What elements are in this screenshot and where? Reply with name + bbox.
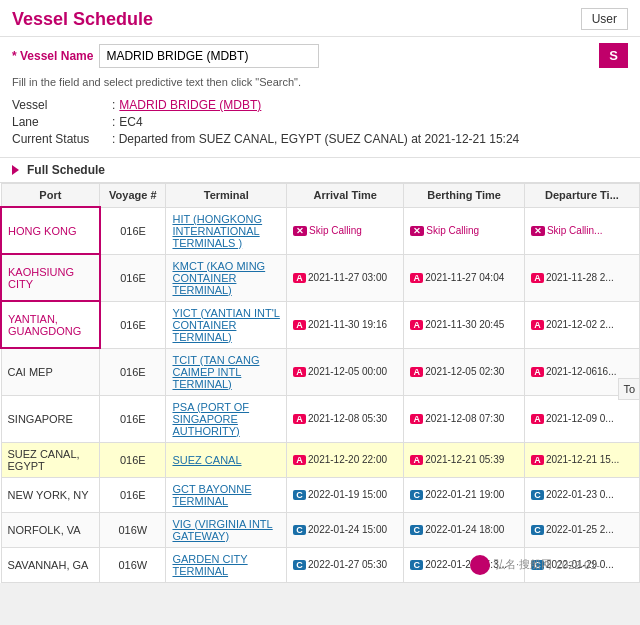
time-value: A 2021-12-02 2... bbox=[531, 319, 633, 330]
vessel-value[interactable]: MADRID BRIDGE (MDBT) bbox=[119, 98, 261, 112]
watermark-text: 弘名·搜船网 bbox=[494, 557, 552, 572]
col-port: Port bbox=[1, 184, 100, 208]
time-cell: A 2021-12-02 2... bbox=[524, 301, 639, 348]
terminal-link[interactable]: YICT (YANTIAN INT'L CONTAINER TERMINAL) bbox=[172, 307, 279, 343]
terminal-link[interactable]: VIG (VIRGINIA INTL GATEWAY) bbox=[172, 518, 272, 542]
status-info-row: Current Status : Departed from SUEZ CANA… bbox=[12, 132, 628, 146]
table-row: NEW YORK, NY016EGCT BAYONNE TERMINALC 20… bbox=[1, 477, 640, 512]
voyage-cell: 016W bbox=[100, 512, 166, 547]
badge-a: A bbox=[531, 414, 544, 424]
terminal-link[interactable]: HIT (HONGKONG INTERNATIONAL TERMINALS ) bbox=[172, 213, 262, 249]
terminal-cell[interactable]: KMCT (KAO MING CONTAINER TERMINAL) bbox=[166, 254, 287, 301]
lane-value: EC4 bbox=[119, 115, 142, 129]
vessel-key: Vessel bbox=[12, 98, 112, 112]
time-value: C 2022-01-24 15:00 bbox=[293, 524, 397, 535]
skip-calling: ✕ Skip Callin... bbox=[531, 225, 633, 236]
time-value: A 2021-12-0616... bbox=[531, 366, 633, 377]
col-berthing: Berthing Time bbox=[404, 184, 525, 208]
time-cell: A 2021-12-08 07:30 bbox=[404, 395, 525, 442]
time-cell: C 2022-01-21 19:00 bbox=[404, 477, 525, 512]
search-button[interactable]: S bbox=[599, 43, 628, 68]
terminal-cell[interactable]: GCT BAYONNE TERMINAL bbox=[166, 477, 287, 512]
status-key: Current Status bbox=[12, 132, 112, 146]
terminal-link[interactable]: TCIT (TAN CANG CAIMEP INTL TERMINAL) bbox=[172, 354, 259, 390]
time-cell: ✕ Skip Callin... bbox=[524, 207, 639, 254]
voyage-cell: 016E bbox=[100, 442, 166, 477]
table-row: SUEZ CANAL, EGYPT016ESUEZ CANALA 2021-12… bbox=[1, 442, 640, 477]
badge-c: C bbox=[410, 560, 423, 570]
badge-a: A bbox=[410, 367, 423, 377]
time-value: A 2021-12-05 02:30 bbox=[410, 366, 518, 377]
time-cell: ✕ Skip Calling bbox=[287, 207, 404, 254]
port-cell: CAI MEP bbox=[1, 348, 100, 395]
page-wrapper: Vessel Schedule User * Vessel Name S Fil… bbox=[0, 0, 640, 583]
time-cell: C 2022-01-27 05:30 bbox=[287, 547, 404, 582]
table-row: CAI MEP016ETCIT (TAN CANG CAIMEP INTL TE… bbox=[1, 348, 640, 395]
voyage-cell: 016E bbox=[100, 477, 166, 512]
terminal-link[interactable]: KMCT (KAO MING CONTAINER TERMINAL) bbox=[172, 260, 265, 296]
terminal-cell[interactable]: TCIT (TAN CANG CAIMEP INTL TERMINAL) bbox=[166, 348, 287, 395]
terminal-link[interactable]: GARDEN CITY TERMINAL bbox=[172, 553, 247, 577]
table-row: YANTIAN, GUANGDONG016EYICT (YANTIAN INT'… bbox=[1, 301, 640, 348]
schedule-label: Full Schedule bbox=[27, 163, 105, 177]
table-header-row: Port Voyage # Terminal Arrival Time Bert… bbox=[1, 184, 640, 208]
schedule-table: Port Voyage # Terminal Arrival Time Bert… bbox=[0, 183, 640, 583]
terminal-cell[interactable]: GARDEN CITY TERMINAL bbox=[166, 547, 287, 582]
voyage-cell: 016W bbox=[100, 547, 166, 582]
schedule-section-header[interactable]: Full Schedule bbox=[0, 158, 640, 183]
user-button[interactable]: User bbox=[581, 8, 628, 30]
time-cell: A 2021-11-27 03:00 bbox=[287, 254, 404, 301]
badge-a: A bbox=[531, 367, 544, 377]
table-row: NORFOLK, VA016WVIG (VIRGINIA INTL GATEWA… bbox=[1, 512, 640, 547]
table-row: KAOHSIUNG CITY016EKMCT (KAO MING CONTAIN… bbox=[1, 254, 640, 301]
time-value: C 2022-01-24 18:00 bbox=[410, 524, 518, 535]
col-voyage: Voyage # bbox=[100, 184, 166, 208]
time-cell: A 2021-12-09 0... bbox=[524, 395, 639, 442]
port-cell: SINGAPORE bbox=[1, 395, 100, 442]
voyage-cell: 016E bbox=[100, 254, 166, 301]
terminal-link[interactable]: SUEZ CANAL bbox=[172, 454, 241, 466]
terminal-cell[interactable]: PSA (PORT OF SINGAPORE AUTHORITY) bbox=[166, 395, 287, 442]
voyage-cell: 016E bbox=[100, 348, 166, 395]
expand-icon bbox=[12, 165, 19, 175]
terminal-cell[interactable]: VIG (VIRGINIA INTL GATEWAY) bbox=[166, 512, 287, 547]
time-value: C 2022-01-19 15:00 bbox=[293, 489, 397, 500]
badge-a: A bbox=[410, 273, 423, 283]
badge-c: C bbox=[293, 490, 306, 500]
status-value: : Departed from SUEZ CANAL, EGYPT (SUEZ … bbox=[112, 132, 519, 146]
terminal-cell[interactable]: HIT (HONGKONG INTERNATIONAL TERMINALS ) bbox=[166, 207, 287, 254]
badge-a: A bbox=[531, 455, 544, 465]
lane-info-row: Lane : EC4 bbox=[12, 115, 628, 129]
time-value: C 2022-01-27 05:30 bbox=[293, 559, 397, 570]
badge-a: A bbox=[293, 273, 306, 283]
time-cell: A 2021-12-08 05:30 bbox=[287, 395, 404, 442]
time-value: A 2021-12-08 05:30 bbox=[293, 413, 397, 424]
terminal-cell[interactable]: YICT (YANTIAN INT'L CONTAINER TERMINAL) bbox=[166, 301, 287, 348]
badge-a: A bbox=[293, 414, 306, 424]
table-row: HONG KONG016EHIT (HONGKONG INTERNATIONAL… bbox=[1, 207, 640, 254]
port-cell: YANTIAN, GUANGDONG bbox=[1, 301, 100, 348]
time-value: C 2022-01-21 19:00 bbox=[410, 489, 518, 500]
search-row: * Vessel Name S bbox=[0, 37, 640, 74]
time-value: A 2021-12-08 07:30 bbox=[410, 413, 518, 424]
time-value: A 2021-11-27 04:04 bbox=[410, 272, 518, 283]
badge-a: A bbox=[410, 320, 423, 330]
badge-a: A bbox=[293, 367, 306, 377]
time-cell: A 2021-12-21 15... bbox=[524, 442, 639, 477]
badge-c: C bbox=[531, 490, 544, 500]
terminal-link[interactable]: PSA (PORT OF SINGAPORE AUTHORITY) bbox=[172, 401, 249, 437]
time-cell: A 2021-11-28 2... bbox=[524, 254, 639, 301]
vessel-name-input[interactable] bbox=[99, 44, 319, 68]
time-cell: ✕ Skip Calling bbox=[404, 207, 525, 254]
time-value: A 2021-12-05 00:00 bbox=[293, 366, 397, 377]
port-cell: SUEZ CANAL, EGYPT bbox=[1, 442, 100, 477]
table-row: SINGAPORE016EPSA (PORT OF SINGAPORE AUTH… bbox=[1, 395, 640, 442]
badge-c: C bbox=[293, 560, 306, 570]
time-cell: C 2022-01-24 15:00 bbox=[287, 512, 404, 547]
time-value: C 2022-01-23 0... bbox=[531, 489, 633, 500]
voyage-cell: 016E bbox=[100, 395, 166, 442]
page-title: Vessel Schedule bbox=[12, 9, 153, 30]
terminal-cell[interactable]: SUEZ CANAL bbox=[166, 442, 287, 477]
badge-c: C bbox=[410, 490, 423, 500]
terminal-link[interactable]: GCT BAYONNE TERMINAL bbox=[172, 483, 251, 507]
